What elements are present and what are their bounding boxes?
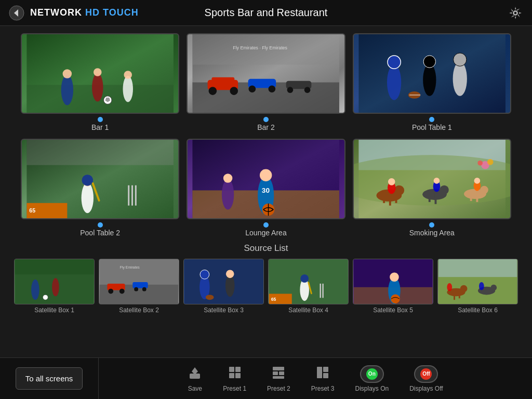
svg-point-7 — [63, 69, 72, 78]
svg-rect-47 — [135, 185, 137, 206]
svg-rect-129 — [229, 367, 234, 372]
zone-thumb-pool2: 65 — [21, 139, 179, 219]
source-list-title: Source List — [5, 243, 527, 254]
svg-point-85 — [31, 280, 39, 300]
svg-point-123 — [447, 283, 452, 291]
source-label-sat4: Satellite Box 4 — [288, 307, 328, 314]
settings-button[interactable] — [507, 5, 524, 21]
off-dot: Off — [420, 368, 432, 380]
displays-on-label: Displays On — [355, 385, 389, 392]
on-dot: On — [366, 368, 378, 380]
zone-indicator-bar2 — [263, 117, 269, 122]
page-title: Sports Bar and Restaurant — [205, 7, 328, 19]
svg-rect-16 — [212, 77, 235, 84]
source-section: Source List Satellite Box 1 — [0, 243, 532, 314]
svg-rect-139 — [323, 373, 328, 378]
on-text: On — [368, 371, 376, 377]
source-sat2[interactable]: Fly Emirates Satellite Box 2 — [99, 259, 179, 314]
svg-marker-128 — [192, 367, 198, 375]
zone-pool1[interactable]: Pool Table 1 — [353, 33, 511, 131]
svg-rect-64 — [383, 190, 385, 203]
preset2-button[interactable]: Preset 2 — [267, 365, 290, 392]
svg-point-92 — [108, 289, 113, 294]
svg-rect-122 — [459, 290, 460, 299]
svg-point-93 — [119, 289, 125, 294]
svg-point-126 — [479, 282, 484, 290]
svg-rect-132 — [235, 373, 241, 378]
svg-point-76 — [480, 186, 488, 194]
source-thumb-sat1 — [14, 259, 95, 304]
zone-lounge[interactable]: 30 Lounge Area — [187, 139, 345, 237]
svg-point-103 — [206, 295, 214, 300]
back-button[interactable] — [8, 5, 25, 21]
zones-section: Bar 1 — [0, 26, 532, 237]
save-icon — [188, 365, 202, 383]
svg-rect-77 — [470, 190, 472, 201]
svg-rect-130 — [235, 367, 241, 372]
svg-rect-134 — [273, 371, 278, 375]
zone-thumb-lounge: 30 — [187, 139, 345, 219]
zone-thumb-bar1 — [21, 33, 179, 114]
svg-text:30: 30 — [262, 187, 270, 194]
svg-rect-136 — [273, 376, 284, 379]
preset1-label: Preset 1 — [223, 385, 246, 392]
svg-point-70 — [440, 185, 449, 195]
svg-rect-118 — [438, 259, 517, 277]
svg-point-95 — [134, 287, 138, 291]
source-thumb-sat5 — [353, 259, 433, 304]
zone-thumb-smoking — [353, 139, 511, 219]
svg-rect-98 — [184, 259, 263, 304]
zone-label-bar2: Bar 2 — [257, 123, 274, 131]
svg-point-9 — [94, 68, 102, 76]
source-sat4[interactable]: 65 Satellite Box 4 — [268, 259, 349, 314]
source-label-sat3: Satellite Box 3 — [204, 307, 244, 314]
source-label-sat5: Satellite Box 5 — [373, 307, 413, 314]
svg-point-36 — [453, 53, 466, 66]
save-label: Save — [188, 385, 202, 392]
preset3-label: Preset 3 — [311, 385, 335, 392]
svg-point-86 — [52, 278, 59, 296]
preset1-button[interactable]: Preset 1 — [223, 365, 246, 392]
svg-rect-121 — [454, 291, 455, 300]
source-sat6[interactable]: Satellite Box 6 — [437, 259, 518, 314]
source-sat3[interactable]: Satellite Box 3 — [183, 259, 264, 314]
svg-point-125 — [490, 285, 497, 291]
preset3-button[interactable]: Preset 3 — [311, 365, 335, 392]
svg-rect-94 — [132, 282, 148, 288]
svg-point-6 — [61, 75, 73, 105]
svg-point-17 — [209, 87, 217, 95]
preset3-icon — [315, 365, 330, 383]
svg-point-35 — [423, 56, 435, 68]
source-thumb-sat4: 65 — [268, 259, 349, 304]
svg-text:Fly Emirates: Fly Emirates — [120, 265, 140, 270]
zone-smoking[interactable]: Smoking Area — [353, 139, 511, 237]
svg-point-68 — [388, 178, 395, 185]
to-all-screens-button[interactable]: To all screens — [16, 367, 83, 390]
svg-point-10 — [123, 76, 133, 102]
svg-rect-109 — [322, 284, 323, 298]
zone-thumb-pool1 — [353, 33, 511, 114]
svg-rect-133 — [273, 367, 284, 370]
svg-point-3 — [514, 11, 517, 15]
svg-rect-71 — [429, 190, 431, 202]
zone-pool2[interactable]: 65 Pool Table 2 — [21, 139, 179, 237]
zone-label-pool2: Pool Table 2 — [80, 229, 120, 237]
zone-bar1[interactable]: Bar 1 — [21, 33, 179, 131]
svg-rect-65 — [389, 193, 391, 205]
svg-point-30 — [423, 64, 436, 96]
svg-rect-66 — [395, 191, 397, 203]
app-logo: NETWORK HD TOUCH — [30, 7, 139, 18]
svg-point-56 — [223, 174, 233, 183]
displays-off-toggle: Off — [414, 365, 438, 383]
source-label-sat2: Satellite Box 2 — [119, 307, 159, 314]
zones-grid: Bar 1 — [21, 33, 511, 237]
svg-point-83 — [477, 161, 483, 166]
source-sat5[interactable]: Satellite Box 5 — [353, 259, 433, 314]
svg-point-41 — [82, 183, 94, 213]
save-button[interactable]: Save — [188, 365, 202, 392]
source-sat1[interactable]: Satellite Box 1 — [14, 259, 95, 314]
displays-off-button[interactable]: Off Displays Off — [409, 365, 443, 392]
displays-on-button[interactable]: On Displays On — [355, 365, 389, 392]
zone-bar2[interactable]: Fly Emirates · Fly Emirates Bar 2 — [187, 33, 345, 131]
svg-rect-131 — [229, 373, 234, 378]
